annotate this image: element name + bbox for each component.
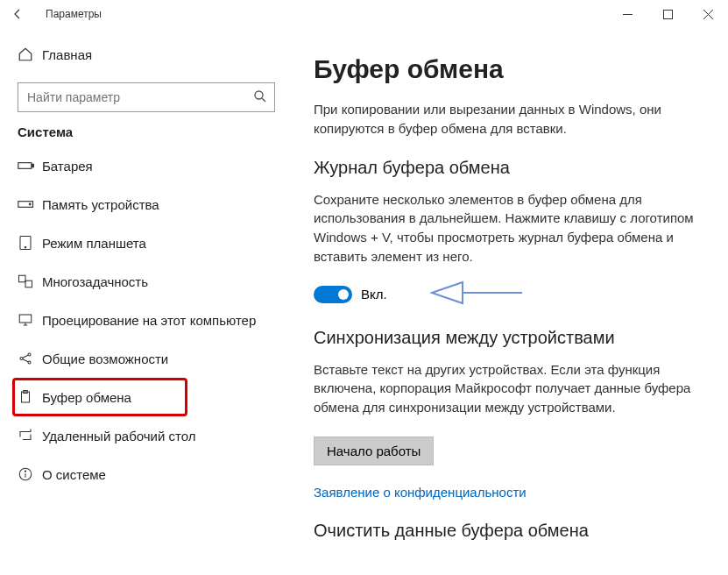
svg-point-4 bbox=[255, 91, 263, 99]
arrow-annotation-icon bbox=[428, 275, 524, 310]
home-label: Главная bbox=[42, 47, 92, 62]
history-toggle[interactable] bbox=[314, 286, 352, 303]
home-nav[interactable]: Главная bbox=[18, 37, 293, 72]
search-input[interactable] bbox=[18, 82, 275, 112]
toggle-knob bbox=[338, 289, 349, 300]
svg-line-5 bbox=[262, 98, 265, 102]
sync-heading: Синхронизация между устройствами bbox=[314, 328, 702, 348]
history-heading: Журнал буфера обмена bbox=[314, 158, 702, 178]
sidebar-item-multitask[interactable]: Многозадачность bbox=[18, 262, 293, 301]
sidebar-item-label: Многозадачность bbox=[42, 274, 148, 289]
sync-desc: Вставьте текст на других устройствах. Ес… bbox=[314, 360, 702, 417]
sidebar-item-label: Проецирование на этот компьютер bbox=[42, 313, 256, 328]
sidebar-item-storage[interactable]: Память устройства bbox=[18, 185, 293, 224]
svg-rect-12 bbox=[19, 275, 26, 282]
home-icon bbox=[18, 46, 42, 62]
clipboard-icon bbox=[18, 389, 42, 405]
sidebar-item-label: Буфер обмена bbox=[42, 390, 131, 405]
svg-point-17 bbox=[28, 361, 31, 364]
sidebar-item-label: О системе bbox=[42, 467, 106, 482]
clear-heading: Очистить данные буфера обмена bbox=[314, 521, 702, 541]
svg-rect-7 bbox=[32, 164, 34, 167]
svg-point-11 bbox=[25, 247, 26, 249]
privacy-link[interactable]: Заявление о конфиденциальности bbox=[314, 485, 702, 500]
svg-line-19 bbox=[23, 359, 28, 362]
close-button[interactable] bbox=[688, 0, 728, 28]
svg-rect-1 bbox=[663, 10, 672, 18]
toggle-label: Вкл. bbox=[361, 287, 387, 302]
svg-point-15 bbox=[20, 358, 23, 360]
tablet-icon bbox=[18, 235, 42, 251]
battery-icon bbox=[18, 160, 42, 172]
sidebar-item-shared[interactable]: Общие возможности bbox=[18, 339, 293, 378]
svg-rect-14 bbox=[19, 315, 32, 323]
back-button[interactable] bbox=[11, 7, 35, 21]
search-icon bbox=[252, 89, 268, 104]
svg-point-24 bbox=[25, 471, 25, 472]
multitask-icon bbox=[18, 273, 42, 289]
svg-point-16 bbox=[28, 353, 31, 356]
page-title: Буфер обмена bbox=[314, 54, 702, 84]
svg-rect-6 bbox=[18, 163, 32, 169]
sidebar-item-clipboard[interactable]: Буфер обмена bbox=[12, 378, 187, 416]
sidebar-item-label: Батарея bbox=[42, 159, 93, 174]
sidebar-item-about[interactable]: О системе bbox=[18, 455, 293, 493]
group-system: Система bbox=[18, 124, 293, 139]
get-started-button[interactable]: Начало работы bbox=[314, 437, 434, 465]
svg-line-18 bbox=[23, 355, 28, 358]
svg-rect-13 bbox=[25, 280, 32, 288]
sidebar-item-projecting[interactable]: Проецирование на этот компьютер bbox=[18, 301, 293, 339]
intro-text: При копировании или вырезании данных в W… bbox=[314, 100, 702, 138]
shared-icon bbox=[18, 351, 42, 366]
sidebar-item-battery[interactable]: Батарея bbox=[18, 146, 293, 185]
sidebar-item-label: Удаленный рабочий стол bbox=[42, 429, 195, 444]
maximize-button[interactable] bbox=[647, 0, 688, 28]
sidebar-item-label: Память устройства bbox=[42, 197, 159, 212]
svg-point-9 bbox=[29, 203, 31, 205]
remote-icon bbox=[18, 428, 42, 444]
minimize-button[interactable] bbox=[607, 0, 647, 28]
sidebar-item-remote[interactable]: Удаленный рабочий стол bbox=[18, 416, 293, 455]
info-icon bbox=[18, 466, 42, 482]
history-desc: Сохраните несколько элементов в буфер об… bbox=[314, 190, 702, 266]
sidebar-item-tablet[interactable]: Режим планшета bbox=[18, 224, 293, 262]
sidebar-item-label: Режим планшета bbox=[42, 236, 146, 251]
search-box[interactable] bbox=[18, 82, 275, 112]
project-icon bbox=[18, 312, 42, 328]
window-title: Параметры bbox=[35, 8, 607, 20]
sidebar-item-label: Общие возможности bbox=[42, 351, 168, 366]
storage-icon bbox=[18, 198, 42, 210]
